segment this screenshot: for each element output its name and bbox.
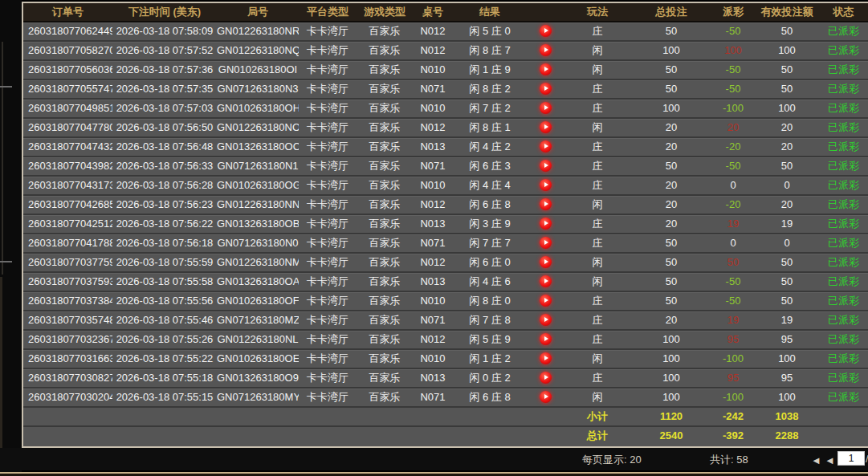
cell-payout: -20 (711, 138, 755, 156)
cell-result: 闲 5 庄 9 (453, 331, 527, 348)
cell-game: 百家乐 (357, 80, 413, 98)
cell-result: 闲 7 庄 7 (453, 234, 527, 252)
replay-video-icon[interactable] (540, 102, 552, 114)
cell-platform: 卡卡湾厅 (299, 369, 357, 387)
replay-video-icon[interactable] (540, 25, 552, 37)
cell-platform: 卡卡湾厅 (299, 157, 357, 175)
cell-valid_bet: 0 (755, 234, 819, 252)
cell-order: 260318077042685 (23, 196, 112, 214)
cell-game: 百家乐 (357, 234, 413, 252)
cell-time: 2026-03-18 07:55:58 (112, 273, 217, 291)
table-row: 2603180770302042026-03-18 07:55:15GN0712… (23, 389, 868, 408)
cell-total_bet: 50 (631, 273, 711, 291)
replay-video-icon[interactable] (540, 275, 552, 287)
col-header-result: 结果 (453, 3, 527, 21)
cell-table_no: N071 (413, 389, 453, 406)
cell-table_no: N071 (413, 234, 453, 252)
table-row: 2603180770323672026-03-18 07:55:26GN0122… (23, 331, 868, 350)
cell-round: GN012263180NM (217, 254, 299, 271)
replay-video-icon[interactable] (540, 198, 552, 210)
table-row: 2603180770557472026-03-18 07:57:35GN0712… (23, 80, 868, 100)
cell-order: 260318077037759 (23, 254, 112, 271)
first-page-icon[interactable]: ◄ (811, 454, 821, 466)
replay-video-icon[interactable] (540, 333, 552, 345)
cell-valid_bet: 19 (755, 311, 819, 329)
table-row: 2603180770417882026-03-18 07:56:18GN0712… (23, 234, 868, 254)
cell-time: 2026-03-18 07:56:23 (112, 196, 217, 214)
cell-order: 260318077043982 (23, 157, 112, 175)
cell-total_bet: 50 (631, 61, 711, 79)
cell-table_no: N012 (413, 196, 453, 214)
cell-result: 闲 1 庄 2 (453, 350, 527, 368)
replay-video-icon[interactable] (540, 256, 552, 268)
cell-play: 庄 (564, 234, 631, 252)
cell-result: 闲 6 庄 8 (453, 196, 527, 214)
left-edge-panel (0, 0, 22, 476)
cell-payout: -20 (711, 196, 755, 214)
play-triangle (544, 336, 548, 341)
subtotal-payout: -242 (711, 408, 755, 425)
pagination-bar: 每页显示: 20 共计: 58 ◄ ◄ / (0, 448, 868, 470)
cell-round: GN071263180N3 (217, 80, 299, 98)
cell-table_no: N010 (413, 100, 453, 117)
cell-valid_bet: 0 (755, 177, 819, 194)
cell-status: 已派彩 (819, 100, 868, 117)
col-header-game: 游戏类型 (357, 3, 413, 21)
cell-valid_bet: 100 (755, 42, 819, 59)
replay-video-icon[interactable] (540, 237, 552, 249)
cell-total_bet: 50 (631, 292, 711, 310)
replay-video-icon[interactable] (540, 372, 552, 384)
cell-game: 百家乐 (357, 292, 413, 310)
table-row: 2603180770439822026-03-18 07:56:33GN0712… (23, 157, 868, 177)
cell-valid_bet: 50 (755, 273, 819, 291)
cell-order: 260318077030827 (23, 369, 112, 387)
cell-payout: -50 (711, 61, 755, 79)
cell-valid_bet: 95 (755, 331, 819, 348)
cell-result: 闲 8 庄 0 (453, 292, 527, 310)
cell-total_bet: 100 (631, 331, 711, 348)
replay-video-icon[interactable] (540, 391, 552, 403)
replay-video-icon[interactable] (540, 179, 552, 191)
col-header-total-bet: 总投注 (631, 3, 711, 21)
cell-result: 闲 4 庄 6 (453, 273, 527, 291)
table-row: 2603180770624492026-03-18 07:58:09GN0122… (23, 22, 868, 42)
cell-status: 已派彩 (819, 389, 868, 406)
cell-game: 百家乐 (357, 350, 413, 368)
replay-video-icon[interactable] (540, 83, 552, 95)
cell-valid_bet: 20 (755, 119, 819, 136)
cell-result: 闲 6 庄 0 (453, 254, 527, 271)
cell-game: 百家乐 (357, 389, 413, 406)
cell-platform: 卡卡湾厅 (299, 177, 357, 194)
replay-video-icon[interactable] (540, 140, 552, 153)
cell-icon (527, 22, 564, 40)
cell-result: 闲 5 庄 0 (453, 22, 527, 40)
total-count-label: 共计: 58 (710, 453, 748, 467)
cell-payout: -50 (711, 273, 755, 291)
cell-game: 百家乐 (357, 119, 413, 136)
cell-table_no: N010 (413, 292, 453, 310)
cell-round: GN012263180NQ (217, 42, 299, 59)
replay-video-icon[interactable] (540, 352, 552, 364)
cell-total_bet: 50 (631, 234, 711, 252)
cell-time: 2026-03-18 07:55:15 (112, 389, 217, 406)
total-row: 总计 2540 -392 2288 (23, 427, 868, 446)
replay-video-icon[interactable] (540, 63, 552, 75)
replay-video-icon[interactable] (540, 44, 552, 56)
cell-status: 已派彩 (819, 331, 868, 348)
replay-video-icon[interactable] (540, 314, 552, 326)
replay-video-icon[interactable] (540, 160, 552, 172)
cell-table_no: N010 (413, 61, 453, 79)
page-number-input[interactable] (837, 451, 865, 466)
prev-page-icon[interactable]: ◄ (825, 454, 835, 466)
left-panel-line (0, 261, 12, 262)
cell-time: 2026-03-18 07:55:26 (112, 331, 217, 348)
replay-video-icon[interactable] (540, 121, 552, 133)
cell-time: 2026-03-18 07:55:59 (112, 254, 217, 271)
play-triangle (544, 47, 548, 52)
cell-valid_bet: 20 (755, 196, 819, 214)
play-triangle (544, 105, 548, 110)
cell-valid_bet: 95 (755, 369, 819, 387)
replay-video-icon[interactable] (540, 295, 552, 307)
cell-platform: 卡卡湾厅 (299, 22, 357, 40)
replay-video-icon[interactable] (540, 218, 552, 230)
